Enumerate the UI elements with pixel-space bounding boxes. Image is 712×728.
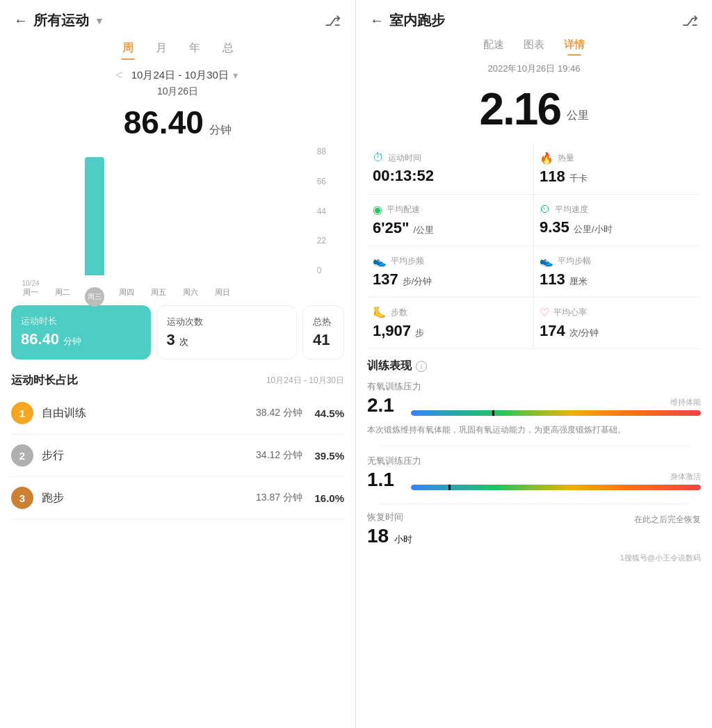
stat-card-calories[interactable]: 总热 41	[302, 305, 344, 359]
aerobic-value: 2.1	[367, 394, 394, 416]
right-stat-unit: 公里	[567, 109, 589, 121]
metric-avg-speed: ⏲ 平均速度 9.35 公里/小时	[534, 195, 701, 246]
metric-cadence: 👟 平均步频 137 步/分钟	[367, 246, 534, 298]
foot-icon: 🦶	[373, 306, 387, 319]
anaerobic-progress-bar	[411, 485, 701, 490]
back-button[interactable]: ←	[14, 13, 28, 29]
activity-name-2: 步行	[42, 448, 256, 463]
chart-bars	[14, 147, 341, 275]
recovery-section: 恢复时间 18 小时 在此之后完全恢复	[356, 504, 712, 547]
workout-date: 2022年10月26日 19:46	[356, 60, 712, 78]
clock-icon: ⏲	[540, 203, 551, 216]
page-title: 所有运动	[33, 11, 89, 30]
watermark: 1搜狐号@小王令说数码	[356, 547, 712, 566]
active-day-indicator: 周三	[85, 287, 104, 307]
shoe-icon-1: 👟	[373, 254, 387, 268]
stat-value: 86.40	[124, 104, 204, 140]
selected-date: 10月26日	[0, 84, 355, 101]
activity-name-3: 跑步	[42, 491, 256, 505]
dropdown-icon[interactable]: ▼	[95, 15, 104, 26]
tab-year[interactable]: 年	[189, 41, 200, 58]
tab-pace[interactable]: 配速	[483, 38, 504, 54]
activity-duration-1: 38.42 分钟	[256, 407, 302, 419]
stat-card-duration[interactable]: 运动时长 86.40 分钟	[11, 305, 151, 359]
activity-percent-2: 39.5%	[314, 450, 344, 462]
x-label-mon: 10/24 周一	[21, 280, 40, 307]
section-date-range: 10月24日 - 10月30日	[266, 375, 344, 387]
right-back-button[interactable]: ←	[370, 13, 384, 29]
metric-heart-rate: ♡ 平均心率 174 次/分钟	[534, 298, 701, 349]
activity-list: 1 自由训练 38.42 分钟 44.5% 2 步行 34.12 分钟 39.5…	[0, 392, 355, 519]
speedometer-icon: ◉	[373, 203, 382, 216]
info-icon[interactable]: i	[416, 361, 427, 372]
x-label-sat: 周六	[181, 280, 200, 307]
metric-calories: 🔥 热量 118 千卡	[534, 143, 701, 195]
tab-detail[interactable]: 详情	[564, 38, 585, 54]
activity-item-1: 1 自由训练 38.42 分钟 44.5%	[11, 392, 344, 435]
stat-unit: 分钟	[209, 124, 232, 136]
stat-card-count[interactable]: 运动次数 3 次	[156, 305, 298, 359]
bar-wed[interactable]	[85, 157, 104, 275]
chart-y-axis: 88 66 44 22 0	[317, 147, 326, 275]
right-panel: ← 室内跑步 ⎇ 配速 图表 详情 2022年10月26日 19:46 2.16…	[356, 0, 712, 728]
activity-name-1: 自由训练	[42, 406, 256, 421]
heart-icon: ♡	[540, 306, 549, 319]
date-range-label: 10月24日 - 10月30日 ▼	[131, 69, 240, 82]
x-label-wed: 周三	[85, 280, 104, 307]
divider-1	[378, 446, 690, 446]
right-share-icon[interactable]: ⎇	[682, 13, 698, 29]
anaerobic-value: 1.1	[367, 469, 394, 491]
rank-2: 2	[11, 444, 33, 467]
aerobic-label: 有氧训练压力	[367, 380, 701, 393]
right-header-left: ← 室内跑步	[370, 11, 445, 30]
weekly-chart: 88 66 44 22 0 10/24 周一 周二	[0, 147, 355, 300]
activity-percent-3: 16.0%	[314, 492, 344, 504]
right-tabs: 配速 图表 详情	[356, 35, 712, 60]
metric-stride: 👟 平均步幅 113 厘米	[534, 246, 701, 298]
aerobic-desc: 本次锻炼维持有氧体能，巩固有氧运动能力，为更高强度锻炼打基础。	[367, 423, 701, 436]
metric-duration: ⏱ 运动时间 00:13:52	[367, 143, 534, 195]
main-stat: 86.40 分钟	[0, 101, 355, 147]
metric-steps: 🦶 步数 1,907 步	[367, 298, 534, 349]
tab-total[interactable]: 总	[222, 41, 234, 58]
right-stat-value: 2.16	[479, 84, 560, 134]
metric-avg-pace: ◉ 平均配速 6'25" /公里	[367, 195, 534, 246]
left-panel: ← 所有运动 ▼ ⎇ 周 月 年 总 < 10月24日 - 10月30日 ▼ 1…	[0, 0, 356, 728]
recovery-value: 18 小时	[367, 525, 412, 547]
activity-duration-2: 34.12 分钟	[256, 449, 302, 462]
section-title: 运动时长占比	[11, 373, 78, 388]
share-icon[interactable]: ⎇	[325, 13, 341, 29]
training-title: 训练表现	[367, 359, 412, 373]
duration-ratio-header: 运动时长占比 10月24日 - 10月30日	[0, 368, 355, 392]
tab-week[interactable]: 周	[122, 41, 134, 58]
tab-chart[interactable]: 图表	[524, 38, 544, 54]
activity-percent-1: 44.5%	[314, 407, 344, 419]
stat-cards-row: 运动时长 86.40 分钟 运动次数 3 次 总热 41	[0, 300, 355, 368]
right-main-stat: 2.16 公里	[356, 78, 712, 143]
anaerobic-block: 无氧训练压力 1.1 身体激活	[367, 455, 701, 494]
recovery-note: 在此之后完全恢复	[634, 511, 701, 526]
x-label-fri: 周五	[149, 280, 168, 307]
anaerobic-bar-label: 身体激活	[670, 471, 701, 482]
aerobic-progress-indicator	[492, 410, 494, 416]
x-label-tue: 周二	[53, 280, 72, 307]
right-header: ← 室内跑步 ⎇	[356, 0, 712, 35]
app-container: ← 所有运动 ▼ ⎇ 周 月 年 总 < 10月24日 - 10月30日 ▼ 1…	[0, 0, 712, 728]
aerobic-block: 有氧训练压力 2.1 维持体能 本次锻炼维持有氧体能，巩固有氧运动能力，为更高强…	[367, 380, 701, 436]
header-left: ← 所有运动 ▼	[14, 11, 104, 30]
tab-month[interactable]: 月	[156, 41, 167, 58]
rank-1: 1	[11, 402, 33, 424]
activity-item-3: 3 跑步 13.87 分钟 16.0%	[11, 477, 344, 519]
aerobic-progress-bar	[411, 410, 701, 416]
left-header: ← 所有运动 ▼ ⎇	[0, 0, 355, 35]
recovery-label: 恢复时间	[367, 511, 412, 524]
timer-icon: ⏱	[373, 152, 384, 164]
x-label-sun: 周日	[213, 280, 232, 307]
prev-date-button[interactable]: <	[115, 68, 123, 83]
date-navigation: < 10月24日 - 10月30日 ▼	[0, 61, 355, 84]
period-tabs: 周 月 年 总	[0, 35, 355, 61]
fire-icon: 🔥	[540, 152, 553, 165]
aerobic-bar-label: 维持体能	[670, 397, 701, 407]
recovery-left: 恢复时间 18 小时	[367, 511, 412, 547]
right-page-title: 室内跑步	[389, 11, 445, 30]
